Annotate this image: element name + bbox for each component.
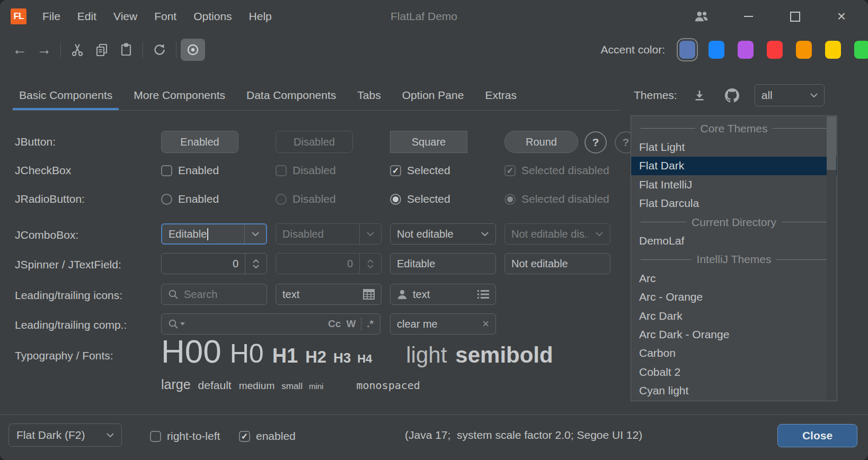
disabled-button: Disabled xyxy=(276,131,353,153)
help-button[interactable]: ? xyxy=(584,131,607,154)
small-sample: small xyxy=(281,381,303,392)
back-button[interactable]: ← xyxy=(7,39,32,61)
square-button[interactable]: Square xyxy=(390,131,467,153)
menu-font[interactable]: Font xyxy=(146,10,185,23)
menu-edit[interactable]: Edit xyxy=(69,10,105,23)
tab-tabs[interactable]: Tabs xyxy=(351,80,387,110)
checkbox-box-checked[interactable]: ✓ xyxy=(390,165,401,176)
theme-item-flat-dark[interactable]: Flat Dark xyxy=(631,157,837,175)
theme-filter-combobox[interactable]: all xyxy=(755,84,825,106)
checkbox-box-checked[interactable]: ✓ xyxy=(239,431,250,442)
cut-button[interactable] xyxy=(65,39,90,61)
themes-scrollbar-thumb[interactable] xyxy=(827,116,836,170)
radio-circle-selected xyxy=(504,194,516,205)
theme-item-dark-flat[interactable]: Dark Flat xyxy=(631,400,837,401)
textfield-editable[interactable]: Editable xyxy=(390,253,496,274)
accent-swatch-blue[interactable] xyxy=(708,41,724,59)
accent-swatch-orange[interactable] xyxy=(796,41,812,59)
radio-label: Selected disabled xyxy=(521,193,609,205)
radio-circle[interactable] xyxy=(161,194,172,205)
radio-enabled[interactable]: Enabled xyxy=(161,193,219,205)
table-icon[interactable] xyxy=(363,289,375,300)
combobox-editable[interactable]: Editable xyxy=(161,223,267,245)
accent-swatch-default[interactable] xyxy=(679,41,695,59)
github-icon xyxy=(725,88,739,103)
themes-scrollbar[interactable] xyxy=(827,116,836,401)
refresh-button[interactable] xyxy=(147,39,172,61)
github-button[interactable] xyxy=(722,85,743,106)
clearable-field[interactable]: clear me × xyxy=(390,313,496,335)
close-button[interactable]: Close xyxy=(777,424,857,447)
accent-swatch-purple[interactable] xyxy=(738,41,754,59)
themes-list[interactable]: Core Themes Flat Light Flat Dark Flat In… xyxy=(631,115,837,401)
spinner-enabled[interactable]: 0 xyxy=(161,253,267,274)
maximize-button[interactable] xyxy=(787,9,802,24)
theme-item-arc-dark[interactable]: Arc Dark xyxy=(631,306,837,325)
tab-more-components[interactable]: More Components xyxy=(127,80,232,110)
theme-item-flat-intellij[interactable]: Flat IntelliJ xyxy=(631,175,837,194)
checkbox-enabled[interactable]: Enabled xyxy=(161,164,219,177)
checkbox-selected[interactable]: ✓ Selected xyxy=(390,164,450,177)
search-field[interactable]: Search xyxy=(161,284,267,305)
match-case-toggle[interactable]: Cc xyxy=(328,318,341,330)
combo-arrow-button[interactable] xyxy=(245,224,266,243)
theme-item-flat-darcula[interactable]: Flat Darcula xyxy=(631,194,837,213)
users-icon[interactable] xyxy=(694,9,709,24)
download-themes-button[interactable] xyxy=(689,85,710,106)
regex-toggle[interactable]: .* xyxy=(367,318,374,330)
text-field-person-list[interactable]: text xyxy=(390,284,496,305)
checkbox-box[interactable] xyxy=(150,431,161,442)
theme-item-arc-orange[interactable]: Arc - Orange xyxy=(631,288,837,306)
forward-button[interactable]: → xyxy=(32,39,56,61)
show-hidden-toggle[interactable] xyxy=(181,39,205,61)
toolbar-separator xyxy=(176,42,176,58)
jradio-row-label: JRadioButton: xyxy=(15,193,85,205)
checkbox-box[interactable] xyxy=(161,165,172,176)
tab-data-components[interactable]: Data Components xyxy=(240,80,342,110)
theme-item-demolaf[interactable]: DemoLaf xyxy=(631,231,837,250)
theme-item-flat-light[interactable]: Flat Light xyxy=(631,138,837,156)
enabled-button[interactable]: Enabled xyxy=(161,131,238,153)
combo-arrow-button[interactable] xyxy=(474,224,495,244)
theme-item-arc-dark-orange[interactable]: Arc Dark - Orange xyxy=(631,325,837,344)
app-logo-icon: FL xyxy=(11,8,26,24)
clear-button[interactable]: × xyxy=(482,317,489,331)
accent-swatch-yellow[interactable] xyxy=(825,41,841,59)
large-sample: large xyxy=(161,377,191,392)
menu-options[interactable]: Options xyxy=(185,10,240,23)
enabled-checkbox[interactable]: ✓ enabled xyxy=(239,430,296,443)
close-window-button[interactable]: × xyxy=(834,9,849,24)
laf-selector-combobox[interactable]: Flat Dark (F2) xyxy=(8,423,122,447)
theme-item-cyan-light[interactable]: Cyan light xyxy=(631,381,837,400)
theme-item-carbon[interactable]: Carbon xyxy=(631,344,837,363)
theme-item-cobalt-2[interactable]: Cobalt 2 xyxy=(631,363,837,381)
menu-view[interactable]: View xyxy=(105,10,146,23)
right-to-left-checkbox[interactable]: right-to-left xyxy=(150,430,220,443)
close-icon: × xyxy=(837,9,846,24)
search-comp-field[interactable]: Cc W .* xyxy=(161,313,380,335)
menu-help[interactable]: Help xyxy=(241,10,280,23)
tab-option-pane[interactable]: Option Pane xyxy=(396,80,471,110)
tab-basic-components[interactable]: Basic Components xyxy=(13,80,119,110)
list-icon[interactable] xyxy=(477,290,489,299)
radio-circle-selected[interactable] xyxy=(390,194,401,205)
paste-button[interactable] xyxy=(114,39,138,61)
accent-swatch-green[interactable] xyxy=(854,41,868,59)
accent-swatch-red[interactable] xyxy=(767,41,783,59)
minimize-button[interactable] xyxy=(741,9,756,24)
tab-extras[interactable]: Extras xyxy=(479,80,523,110)
round-button[interactable]: Round xyxy=(504,131,578,153)
theme-group-core: Core Themes xyxy=(631,119,837,138)
theme-item-arc[interactable]: Arc xyxy=(631,269,837,287)
search-with-menu-button[interactable] xyxy=(168,319,185,329)
text-field-table-icon[interactable]: text xyxy=(276,284,382,305)
spinner-buttons[interactable] xyxy=(245,254,267,274)
themes-header: Themes: all xyxy=(634,80,825,110)
whole-word-toggle[interactable]: W xyxy=(346,318,356,330)
spinner-value[interactable]: 0 xyxy=(162,258,245,270)
tab-divider xyxy=(13,110,621,111)
radio-selected[interactable]: Selected xyxy=(390,193,450,205)
menu-file[interactable]: File xyxy=(34,10,69,23)
combobox-not-editable[interactable]: Not editable xyxy=(390,223,496,245)
copy-button[interactable] xyxy=(90,39,114,61)
